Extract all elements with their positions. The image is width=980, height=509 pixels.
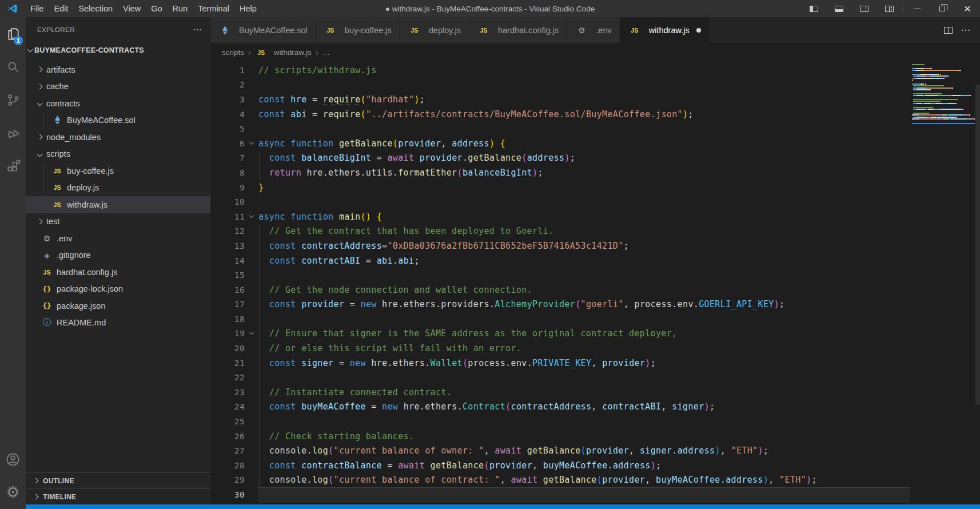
code-line-23[interactable]: 23 // Instantiate connected contract. bbox=[210, 385, 980, 400]
menu-go[interactable]: Go bbox=[146, 0, 167, 17]
code-line-28[interactable]: 28 const contractBalance = await getBala… bbox=[210, 458, 980, 473]
tree-item-readme-md[interactable]: ⓘREADME.md bbox=[26, 315, 210, 332]
account-icon[interactable] bbox=[0, 443, 26, 476]
source-control-icon[interactable] bbox=[0, 83, 26, 117]
code-line-21[interactable]: 21 const signer = new hre.ethers.Wallet(… bbox=[210, 356, 980, 371]
minimap[interactable] bbox=[912, 64, 975, 124]
breadcrumb-item[interactable]: … bbox=[322, 48, 330, 57]
code-line-18[interactable]: 18 bbox=[210, 312, 980, 327]
vertical-scrollbar[interactable] bbox=[975, 85, 980, 405]
tree-item-scripts[interactable]: scripts bbox=[26, 146, 210, 163]
fold-toggle[interactable] bbox=[245, 216, 258, 217]
code-line-11[interactable]: 11async function main() { bbox=[210, 209, 980, 224]
code-line-10[interactable]: 10 bbox=[210, 194, 980, 209]
menu-file[interactable]: File bbox=[25, 0, 49, 17]
code-line-9[interactable]: 9} bbox=[210, 180, 980, 195]
tree-item-hardhat-config-js[interactable]: JShardhat.config.js bbox=[26, 264, 210, 281]
split-editor-icon[interactable] bbox=[944, 27, 953, 34]
code-line-3[interactable]: 3const hre = require("hardhat"); bbox=[210, 92, 980, 107]
menu-edit[interactable]: Edit bbox=[49, 0, 73, 17]
code-line-16[interactable]: 16 // Get the node connection and wallet… bbox=[210, 283, 980, 297]
tab-buy-coffee-js[interactable]: JSbuy-coffee.js bbox=[316, 17, 400, 43]
code-line-7[interactable]: 7 const balanceBigInt = await provider.g… bbox=[210, 151, 980, 166]
tree-item-node-modules[interactable]: node_modules bbox=[26, 129, 210, 146]
gutter: 17 bbox=[210, 300, 258, 309]
menu-help[interactable]: Help bbox=[234, 0, 262, 17]
tree-item-deploy-js[interactable]: JSdeploy.js bbox=[26, 180, 210, 197]
code-line-25[interactable]: 25 bbox=[210, 414, 980, 429]
menu-selection[interactable]: Selection bbox=[73, 0, 118, 17]
settings-gear-icon[interactable]: ⚙ bbox=[0, 476, 26, 509]
minimap-line bbox=[912, 78, 975, 79]
layout-sidebar-left-icon[interactable] bbox=[801, 0, 826, 17]
explorer-more-actions-icon[interactable]: ⋯ bbox=[193, 24, 202, 35]
breadcrumb-item[interactable]: scripts bbox=[222, 48, 244, 57]
tree-item-test[interactable]: test bbox=[26, 213, 210, 230]
project-root-row[interactable]: BUYMEACOFFEE-CONTRACTS bbox=[26, 42, 210, 59]
indent-guide bbox=[259, 458, 260, 473]
minimize-icon[interactable] bbox=[905, 0, 930, 17]
tree-item--env[interactable]: ⚙.env bbox=[26, 230, 210, 247]
code-editor[interactable]: 1// scripts/withdraw.js23const hre = req… bbox=[210, 62, 980, 504]
menu-terminal[interactable]: Terminal bbox=[193, 0, 234, 17]
code-line-20[interactable]: 20 // or else this script will fail with… bbox=[210, 341, 980, 356]
tree-item-withdraw-js[interactable]: JSwithdraw.js bbox=[26, 196, 210, 213]
code-line-30[interactable]: 30 bbox=[210, 487, 980, 502]
tree-item-buy-coffee-js[interactable]: JSbuy-coffee.js bbox=[26, 162, 210, 180]
search-icon[interactable] bbox=[0, 50, 26, 83]
tree-item-contracts[interactable]: contracts bbox=[26, 95, 210, 112]
close-icon[interactable]: × bbox=[955, 0, 980, 17]
tree-item--gitignore[interactable]: ◈.gitignore bbox=[26, 247, 210, 264]
code-line-13[interactable]: 13 const contractAddress="0xDBa03676a2fB… bbox=[210, 238, 980, 253]
explorer-files-icon[interactable]: 1 bbox=[0, 17, 26, 50]
code-line-24[interactable]: 24 const buyMeACoffee = new hre.ethers.C… bbox=[210, 400, 980, 415]
code-line-1[interactable]: 1// scripts/withdraw.js bbox=[210, 63, 980, 78]
layout-customize-icon[interactable] bbox=[877, 0, 902, 17]
menu-run[interactable]: Run bbox=[168, 0, 193, 17]
tree-item-cache[interactable]: cache bbox=[26, 78, 210, 96]
code-text: async function getBalance(provider, addr… bbox=[258, 138, 505, 149]
breadcrumb-item[interactable]: JSwithdraw.js bbox=[255, 48, 312, 57]
menu-view[interactable]: View bbox=[118, 0, 146, 17]
code-line-17[interactable]: 17 const provider = new hre.ethers.provi… bbox=[210, 297, 980, 312]
code-text: console.log("current balance of owner: "… bbox=[258, 446, 768, 456]
tree-item-package-json[interactable]: {}package.json bbox=[26, 297, 210, 315]
tab-label: hardhat.config.js bbox=[498, 26, 559, 35]
fold-toggle[interactable] bbox=[245, 143, 258, 144]
code-line-29[interactable]: 29 console.log("current balance of contr… bbox=[210, 473, 980, 488]
code-line-27[interactable]: 27 console.log("current balance of owner… bbox=[210, 443, 980, 458]
title-bar: FileEditSelectionViewGoRunTerminalHelp ●… bbox=[0, 0, 980, 17]
code-line-15[interactable]: 15 bbox=[210, 268, 980, 283]
code-line-8[interactable]: 8 return hre.ethers.utils.formatEther(ba… bbox=[210, 165, 980, 180]
tab-buymeacoffee-sol[interactable]: BuyMeACoffee.sol bbox=[210, 17, 316, 43]
restore-icon[interactable] bbox=[930, 0, 955, 17]
code-line-19[interactable]: 19 // Ensure that signer is the SAME add… bbox=[210, 327, 980, 341]
code-text: // Get the node connection and wallet co… bbox=[258, 285, 532, 295]
code-line-6[interactable]: 6async function getBalance(provider, add… bbox=[210, 136, 980, 151]
layout-sidebar-right-icon[interactable] bbox=[851, 0, 877, 17]
split-editor-glyph bbox=[944, 27, 953, 34]
extensions-icon[interactable] bbox=[0, 150, 26, 183]
modified-dot-icon bbox=[696, 28, 701, 33]
tab-withdraw-js[interactable]: JSwithdraw.js bbox=[620, 17, 710, 43]
more-actions-icon[interactable]: ⋯ bbox=[961, 24, 971, 36]
tab--env[interactable]: ⚙.env bbox=[567, 17, 620, 43]
tab-deploy-js[interactable]: JSdeploy.js bbox=[400, 17, 469, 43]
tree-item-package-lock-json[interactable]: {}package-lock.json bbox=[26, 281, 210, 298]
outline-panel-header[interactable]: OUTLINE bbox=[26, 472, 210, 488]
code-line-4[interactable]: 4const abi = require("../artifacts/contr… bbox=[210, 107, 980, 122]
tab-hardhat-config-js[interactable]: JShardhat.config.js bbox=[469, 17, 567, 43]
tree-item-buymeacoffee-sol[interactable]: BuyMeACoffee.sol bbox=[26, 112, 210, 129]
code-line-26[interactable]: 26 // Check starting balances. bbox=[210, 429, 980, 444]
run-debug-icon[interactable] bbox=[0, 117, 26, 150]
code-line-12[interactable]: 12 // Get the contract that has been dep… bbox=[210, 224, 980, 239]
layout-panel-icon[interactable] bbox=[826, 0, 851, 17]
code-line-22[interactable]: 22 bbox=[210, 370, 980, 385]
fold-toggle[interactable] bbox=[245, 333, 258, 334]
status-bar[interactable] bbox=[26, 504, 980, 509]
code-line-5[interactable]: 5 bbox=[210, 121, 980, 136]
code-line-2[interactable]: 2 bbox=[210, 78, 980, 93]
timeline-panel-header[interactable]: TIMELINE bbox=[26, 488, 210, 504]
tree-item-artifacts[interactable]: artifacts bbox=[26, 61, 210, 78]
code-line-14[interactable]: 14 const contractABI = abi.abi; bbox=[210, 253, 980, 268]
